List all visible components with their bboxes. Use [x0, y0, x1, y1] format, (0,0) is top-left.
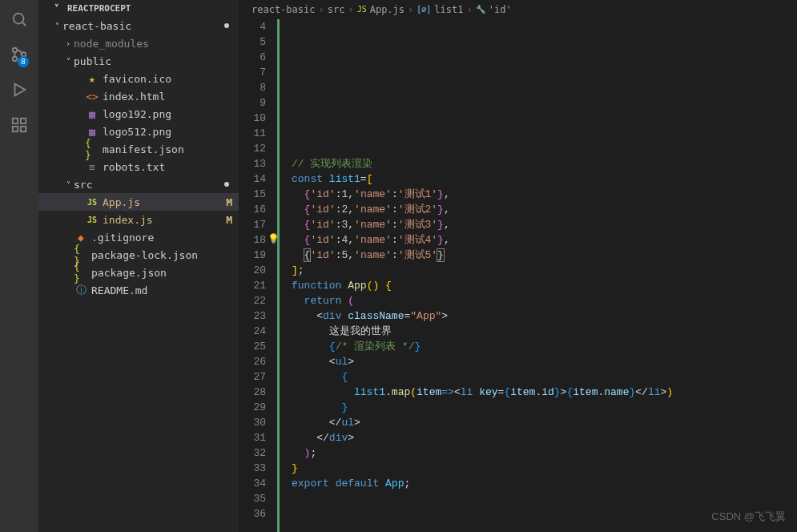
svg-point-2	[13, 48, 18, 53]
git-file-icon: ◆	[74, 232, 88, 244]
file-tree: ˅react-basic›node_modules˅public★favicon…	[38, 17, 239, 532]
html-file-icon: <>	[85, 91, 99, 103]
sidebar: ˅ REACTPROCEPT ˅react-basic›node_modules…	[38, 0, 239, 532]
json-file-icon: { }	[74, 260, 88, 284]
tree-item-label: node_modules	[74, 38, 149, 50]
tree-item-label: manifest.json	[103, 143, 184, 155]
dirty-indicator	[224, 182, 229, 187]
lightbulb-icon[interactable]: 💡	[268, 232, 280, 248]
tree-file[interactable]: ≡robots.txt	[38, 158, 239, 175]
tree-folder[interactable]: ˅public	[38, 52, 239, 70]
tree-item-label: public	[74, 55, 111, 67]
svg-point-3	[13, 57, 18, 62]
img-file-icon: ▦	[85, 126, 99, 138]
tree-item-label: index.html	[103, 91, 165, 103]
gutter: 4567891011121314151617181920212223242526…	[239, 19, 279, 532]
tree-item-label: robots.txt	[103, 161, 165, 173]
git-status: M	[226, 214, 232, 226]
scm-icon[interactable]: 8	[10, 45, 29, 64]
tree-item-label: .gitignore	[91, 232, 154, 244]
tree-file[interactable]: { }package-lock.json	[38, 246, 239, 264]
img-file-icon: ▦	[85, 108, 99, 120]
tree-item-label: favicon.ico	[103, 73, 171, 85]
code-area[interactable]: 4567891011121314151617181920212223242526…	[239, 19, 797, 532]
svg-rect-6	[13, 119, 18, 123]
chevron-right-icon: ›	[348, 4, 353, 15]
breadcrumb-item[interactable]: JS App.js	[357, 4, 405, 15]
chevron-right-icon: ›	[408, 4, 413, 15]
tree-folder[interactable]: ˅src	[38, 175, 239, 193]
json-file-icon: { }	[85, 137, 99, 161]
chevron-right-icon: ›	[466, 4, 472, 15]
tree-file[interactable]: ⓘREADME.md	[38, 281, 239, 299]
tree-file[interactable]: ▦logo512.png	[38, 123, 239, 140]
breadcrumb-item[interactable]: react-basic	[252, 4, 315, 15]
tree-file[interactable]: JSindex.jsM	[38, 211, 239, 228]
tree-item-label: logo192.png	[103, 108, 171, 120]
tree-item-label: react-basic	[62, 20, 131, 32]
js-file-icon: JS	[85, 198, 99, 207]
breadcrumb-item[interactable]: [∅] list1	[417, 4, 463, 15]
tree-item-label: logo512.png	[103, 126, 171, 138]
breadcrumb-item[interactable]: src	[328, 4, 345, 15]
tree-item-label: src	[74, 179, 92, 191]
chevron-down-icon: ˅	[62, 180, 74, 189]
breadcrumbs[interactable]: react-basic›src›JS App.js›[∅] list1›🔧 'i…	[239, 0, 797, 19]
code-content[interactable]: // 实现列表渲染const list1=[ {'id':1,'name':'测…	[279, 19, 797, 532]
tree-item-label: App.js	[103, 196, 140, 208]
git-status: M	[226, 196, 232, 208]
sidebar-root-header[interactable]: ˅ REACTPROCEPT	[38, 0, 239, 17]
tree-file[interactable]: JSApp.jsM	[38, 193, 239, 211]
dirty-indicator	[224, 23, 229, 28]
info-file-icon: ⓘ	[74, 283, 88, 297]
extensions-icon[interactable]	[10, 115, 29, 135]
tree-file[interactable]: ▦logo192.png	[38, 105, 239, 123]
breadcrumb-item[interactable]: 🔧 'id'	[476, 4, 512, 15]
svg-line-1	[22, 22, 26, 26]
svg-marker-5	[15, 84, 26, 96]
editor: react-basic›src›JS App.js›[∅] list1›🔧 'i…	[239, 0, 797, 532]
svg-point-0	[14, 14, 24, 24]
svg-rect-7	[13, 127, 18, 131]
tree-file[interactable]: ◆.gitignore	[38, 228, 239, 246]
star-file-icon: ★	[85, 73, 99, 85]
svg-rect-8	[21, 127, 26, 131]
tree-file[interactable]: ★favicon.ico	[38, 70, 239, 87]
search-icon[interactable]	[10, 10, 29, 29]
chevron-down-icon: ˅	[62, 57, 74, 66]
tree-item-label: package.json	[91, 267, 167, 279]
tree-file[interactable]: <>index.html	[38, 87, 239, 105]
svg-rect-9	[21, 119, 26, 123]
tree-folder[interactable]: ›node_modules	[38, 34, 239, 52]
run-icon[interactable]	[10, 80, 29, 99]
chevron-right-icon: ›	[318, 4, 324, 15]
watermark: CSDN @飞飞翼	[711, 509, 786, 524]
tree-file[interactable]: { }package.json	[38, 264, 239, 281]
tree-item-label: index.js	[103, 214, 153, 226]
js-file-icon: JS	[85, 216, 99, 224]
tree-item-label: package-lock.json	[91, 249, 198, 261]
chevron-down-icon: ˅	[54, 3, 64, 14]
sidebar-root-label: REACTPROCEPT	[67, 3, 131, 14]
tree-item-label: README.md	[91, 284, 147, 296]
chevron-down-icon: ˅	[51, 22, 62, 30]
scm-badge: 8	[18, 56, 29, 67]
tree-folder[interactable]: ˅react-basic	[38, 17, 239, 34]
txt-file-icon: ≡	[85, 161, 99, 173]
tree-file[interactable]: { }manifest.json	[38, 140, 239, 158]
activity-bar: 8	[0, 0, 38, 532]
chevron-right-icon: ›	[62, 39, 74, 48]
